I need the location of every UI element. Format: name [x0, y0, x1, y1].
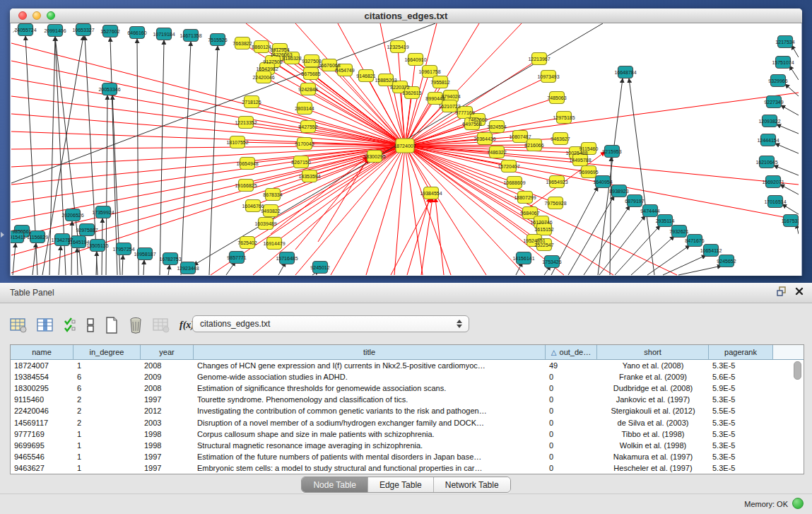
import-table-icon[interactable] — [153, 317, 170, 333]
table-cell[interactable]: 0 — [546, 430, 597, 438]
table-cell[interactable]: 2009 — [141, 373, 194, 381]
table-row[interactable]: 1872400712008Changes of HCN gene express… — [11, 360, 804, 371]
table-cell[interactable]: 9699695 — [11, 441, 73, 450]
table-cell[interactable]: Estimation of significance thresholds fo… — [194, 384, 546, 392]
float-panel-icon[interactable] — [777, 286, 787, 296]
table-cell[interactable]: Changes of HCN gene expression and I(f) … — [194, 361, 546, 370]
table-cell[interactable]: de Silva et al. (2003) — [597, 419, 709, 427]
table-cell[interactable]: Investigating the contribution of common… — [194, 407, 546, 415]
table-cell[interactable]: 2003 — [141, 419, 194, 427]
table-cell[interactable]: 2012 — [141, 407, 194, 415]
table-cell[interactable]: Genome-wide association studies in ADHD. — [194, 373, 546, 381]
table-cell[interactable]: 5.5E-5 — [709, 407, 773, 415]
column-header-year[interactable]: year — [141, 345, 194, 359]
table-cell[interactable]: Embryonic stem cells: a model to study s… — [194, 464, 546, 472]
table-cell[interactable]: 1 — [73, 430, 141, 438]
table-row[interactable]: 969969511998Structural magnetic resonanc… — [11, 440, 804, 451]
table-cell[interactable]: 0 — [546, 373, 597, 381]
table-cell[interactable]: 2 — [73, 395, 141, 404]
tab-edge-table[interactable]: Edge Table — [368, 477, 434, 492]
table-row[interactable]: 1456911722003Disruption of a novel membe… — [11, 416, 804, 428]
table-cell[interactable]: Disruption of a novel member of a sodium… — [194, 419, 546, 427]
table-cell[interactable]: Nakamura et al. (1997) — [597, 452, 709, 461]
network-window-titlebar[interactable]: citations_edges.txt — [10, 8, 802, 23]
table-cell[interactable]: Estimation of the future numbers of pati… — [194, 452, 546, 461]
table-cell[interactable]: 1997 — [141, 464, 194, 472]
new-table-icon[interactable] — [105, 317, 119, 334]
table-cell[interactable]: 1998 — [141, 441, 194, 450]
table-selector-dropdown[interactable]: citations_edges.txt — [192, 315, 469, 332]
column-header-pagerank[interactable]: pagerank — [709, 345, 773, 359]
table-cell[interactable]: 5.3E-5 — [709, 464, 773, 472]
table-cell[interactable]: 5.3E-5 — [709, 452, 773, 461]
table-cell[interactable]: 0 — [546, 452, 597, 461]
table-cell[interactable]: 9465546 — [11, 452, 73, 461]
table-cell[interactable]: 5.3E-5 — [709, 395, 773, 404]
table-cell[interactable]: 9777169 — [11, 430, 73, 438]
table-cell[interactable]: 0 — [546, 395, 597, 404]
table-cell[interactable]: 1 — [73, 464, 141, 472]
table-row[interactable]: 1830029562008Estimation of significance … — [11, 382, 804, 394]
table-cell[interactable]: 0 — [546, 407, 597, 415]
table-cell[interactable]: 5.6E-5 — [709, 373, 773, 381]
panel-collapse-arrow-icon[interactable] — [1, 232, 4, 238]
column-header-title[interactable]: title — [194, 345, 546, 359]
table-row[interactable]: 946554611997Estimation of the future num… — [11, 451, 804, 462]
table-cell[interactable]: 1998 — [141, 430, 194, 438]
table-cell[interactable]: 6 — [73, 373, 141, 381]
table-cell[interactable]: 0 — [546, 441, 597, 450]
table-cell[interactable]: Corpus callosum shape and size in male p… — [194, 430, 546, 438]
table-cell[interactable]: 18724007 — [11, 361, 73, 370]
table-cell[interactable]: 0 — [546, 384, 597, 392]
table-cell[interactable]: 5.9E-5 — [709, 384, 773, 392]
table-row[interactable]: 977716911998Corpus callosum shape and si… — [11, 428, 804, 440]
table-cell[interactable]: 14569117 — [11, 419, 73, 427]
table-cell[interactable]: 18300295 — [11, 384, 73, 392]
table-cell[interactable]: 9463627 — [11, 464, 73, 472]
table-cell[interactable]: 1 — [73, 441, 141, 450]
column-header-filler[interactable] — [773, 345, 804, 359]
table-cell[interactable]: 5.3E-5 — [709, 430, 773, 438]
table-cell[interactable]: Tibbo et al. (1998) — [597, 430, 709, 438]
table-cell[interactable]: 1997 — [141, 452, 194, 461]
tab-network-table[interactable]: Network Table — [434, 477, 510, 492]
network-canvas[interactable]: 1872400718300295193845547663822886012489… — [10, 23, 802, 276]
column-header-short[interactable]: short — [597, 345, 709, 359]
delete-table-icon[interactable] — [129, 317, 143, 334]
close-panel-icon[interactable] — [795, 287, 804, 296]
table-cell[interactable]: 2 — [73, 419, 141, 427]
table-cell[interactable]: 9115460 — [11, 395, 73, 404]
table-cell[interactable]: Wolkin et al. (1998) — [597, 441, 709, 450]
table-cell[interactable]: 0 — [546, 419, 597, 427]
row-check-icon[interactable] — [64, 317, 76, 333]
table-row[interactable]: 2242004622012Investigating the contribut… — [11, 405, 804, 416]
table-cell[interactable]: Structural magnetic resonance image aver… — [194, 441, 546, 450]
column-header-name[interactable]: name — [11, 345, 73, 359]
table-cell[interactable]: Dudbridge et al. (2008) — [597, 384, 709, 392]
column-header-out_de…[interactable]: △out_de… — [546, 345, 597, 359]
table-cell[interactable]: 5.3E-5 — [709, 441, 773, 450]
table-cell[interactable]: 2008 — [141, 384, 194, 392]
table-cell[interactable]: Stergiakouli et al. (2012) — [597, 407, 709, 415]
table-cell[interactable]: 2 — [73, 407, 141, 415]
canvas-resize-grip-icon[interactable] — [11, 23, 20, 33]
table-cell[interactable]: Tourette syndrome. Phenomenology and cla… — [194, 395, 546, 404]
table-cell[interactable]: 19384554 — [11, 373, 73, 381]
table-cell[interactable]: Franke et al. (2009) — [597, 373, 709, 381]
table-cell[interactable]: 1 — [73, 452, 141, 461]
tab-node-table[interactable]: Node Table — [302, 477, 368, 492]
scrollbar-thumb[interactable] — [794, 361, 801, 380]
table-row[interactable]: 946362711997Embryonic stem cells: a mode… — [11, 462, 804, 474]
column-select-icon[interactable] — [37, 317, 54, 333]
table-cell[interactable]: 6 — [73, 384, 141, 392]
table-cell[interactable]: Yano et al. (2008) — [597, 361, 709, 370]
table-vertical-scrollbar[interactable] — [793, 361, 801, 471]
table-cell[interactable]: 5.3E-5 — [709, 419, 773, 427]
cell-pair-icon[interactable] — [86, 317, 95, 333]
table-cell[interactable]: 22420046 — [11, 407, 73, 415]
table-cell[interactable]: 0 — [546, 464, 597, 472]
table-cell[interactable]: 2008 — [141, 361, 194, 370]
table-cell[interactable]: 49 — [546, 361, 597, 370]
table-cell[interactable]: Hescheler et al. (1997) — [597, 464, 709, 472]
table-cell[interactable]: 1 — [73, 361, 141, 370]
